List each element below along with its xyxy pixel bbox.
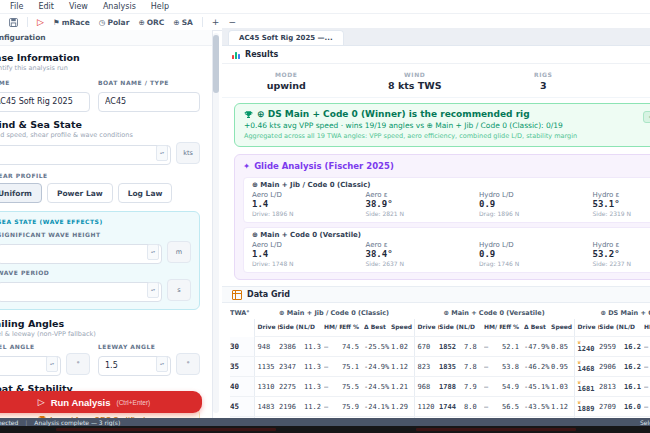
menu-help[interactable]: Help (151, 2, 169, 11)
grid-cell: 1835 (439, 357, 464, 377)
wave-height-unit: m (167, 241, 191, 263)
metric-sub: Side: 2319 N (593, 210, 650, 217)
scrollbar-thumb[interactable] (213, 35, 219, 93)
polar-button[interactable]: ◷Polar (99, 18, 130, 27)
grid-cell: – (484, 377, 502, 397)
grid-subheader: Side (N) (599, 319, 624, 337)
sidebar-scrollbar[interactable] (213, 33, 219, 413)
toolbar-separator (202, 17, 203, 27)
metric: Aero ε 38.4° Side: 2637 N (366, 241, 480, 267)
grid-cell: – (644, 397, 650, 417)
metric-sub: Side: 2637 N (366, 260, 480, 267)
metric: Hydro L/D 0.9 Drag: 1896 N (479, 191, 593, 217)
menu-bar: FileEditViewAnalysisHelp (0, 0, 650, 14)
metric-label: Hydro ε (593, 191, 650, 199)
metrics-row: Aero L/D 1.4 Drive: 1748 N Aero ε 38.4° … (252, 241, 650, 267)
grid-twa-cell: 40 (230, 377, 254, 397)
leeway-unit: ° (176, 353, 200, 375)
grid-cell: 948 (254, 337, 279, 357)
sa-button[interactable]: ⊕SA (173, 18, 193, 27)
orc-button[interactable]: ⊕ORC (138, 18, 164, 27)
run-analysis-button[interactable]: ▷ Run Analysis (Ctrl+Enter) (0, 391, 202, 413)
grid-cell: 7.8 (464, 357, 484, 377)
wind-sea-title: Wind & Sea State (0, 119, 200, 130)
grid-cell: 1744 (439, 397, 464, 417)
stat-value: 8 kts TWS (388, 80, 442, 91)
menu-file[interactable]: File (10, 2, 23, 11)
wave-period-input[interactable] (0, 282, 162, 302)
metric-sub: Drive: 1748 N (252, 260, 366, 267)
results-title: Results (245, 50, 278, 59)
name-input[interactable] (0, 92, 90, 112)
grid-cell: ♛1240 (574, 337, 599, 357)
composite-score-badge: +7.3% composite score (643, 111, 650, 123)
stepper-control[interactable]: ▴▾ (147, 282, 159, 298)
grid-subheader: HM/ RM (324, 319, 342, 337)
metric-value: 53.2° (593, 249, 650, 259)
grid-subheader: Δ Best (364, 319, 391, 337)
grid-cell: 75.1 (342, 357, 364, 377)
wave-height-input[interactable] (0, 244, 162, 264)
menu-analysis[interactable]: Analysis (103, 2, 136, 11)
metric-label: Aero ε (366, 241, 480, 249)
grid-cell: – (484, 337, 502, 357)
grid-cell: 8.0 (464, 397, 484, 417)
grid-cell: 75.9 (342, 397, 364, 417)
save-button[interactable] (9, 18, 18, 27)
zoom-in-button[interactable]: + (212, 17, 220, 27)
grid-cell: ♛1681 (574, 377, 599, 397)
grid-cell: -46.2% (524, 357, 551, 377)
grid-cell: 2709 (599, 397, 624, 417)
stat-label: RIGS (534, 71, 553, 78)
shear-option-button[interactable]: Uniform (0, 183, 42, 203)
circle-plus-icon: ⊕ (138, 18, 144, 27)
trophy-icon (244, 110, 253, 119)
stepper-control[interactable]: ▴▾ (156, 356, 168, 372)
grid-cell: – (644, 377, 650, 397)
table-row[interactable]: 35 1135234711.3–75.1-24.9%1.1282318357.8… (230, 357, 650, 377)
stepper-control[interactable]: ▴▾ (156, 145, 168, 161)
grid-cell: – (324, 397, 342, 417)
grid-cell: 0.85 (551, 337, 574, 357)
shear-option-button[interactable]: Log Law (118, 183, 173, 203)
tab-case[interactable]: AC45 Soft Rig 2025 —... (228, 30, 344, 45)
zoom-out-button[interactable]: − (228, 17, 236, 27)
glide-card: ⊕ Main + Code 0 (Versatile) Aero L/D 1.4… (243, 227, 650, 273)
grid-cell: 16.2 (624, 357, 644, 377)
menu-view[interactable]: View (69, 2, 88, 11)
stat-block: WIND 8 kts TWS (351, 64, 480, 97)
metric-label: Hydro L/D (479, 191, 593, 199)
table-row[interactable]: 40 1310227511.3–75.5-24.5%1.2196817887.9… (230, 377, 650, 397)
table-row[interactable]: 30 948238611.3–74.5-25.5%1.0267018527.8–… (230, 337, 650, 357)
data-grid-header: Data Grid (222, 286, 650, 303)
stepper-control[interactable]: ▴▾ (46, 356, 58, 372)
stat-label: WIND (404, 71, 425, 78)
grid-subheader: HM/ RM (644, 319, 650, 337)
shear-option-button[interactable]: Power Law (47, 183, 113, 203)
grid-cell: – (324, 337, 342, 357)
panel-header: Configuration (0, 30, 212, 46)
stat-value: 3 (540, 80, 547, 91)
grid-cell: 1.12 (551, 397, 574, 417)
stepper-control[interactable]: ▴▾ (147, 244, 159, 260)
toolbar-separator (27, 17, 28, 27)
stat-block: RIGS 3 (479, 64, 608, 97)
grid-cell: 1.03 (551, 377, 574, 397)
table-row[interactable]: 45 1483219611.2–75.9-24.1%1.29112017448.… (230, 397, 650, 417)
grid-subheader: Speed (391, 319, 414, 337)
metric-value: 1.4 (252, 249, 366, 259)
run-toolbar-button[interactable]: ▷ (37, 17, 44, 27)
floppy-icon (9, 18, 18, 27)
menu-edit[interactable]: Edit (38, 2, 54, 11)
wind-speed-input[interactable] (0, 145, 171, 165)
app-window: FileEditViewAnalysisHelp ▷ ⚑mRace ◷Polar… (0, 0, 650, 433)
grid-group-row: TWA° ⊕ Main + Jib / Code 0 (Classic)⊕ Ma… (230, 306, 650, 319)
grid-cell: 2959 (599, 337, 624, 357)
leeway-angle-label: LEEWAY ANGLE (98, 343, 200, 350)
boat-name-input[interactable] (98, 92, 200, 112)
grid-group-header: ⊕ Main + Jib / Code 0 (Classic) (254, 306, 414, 319)
glide-title: Glide Analysis (Fischer 2025) (254, 161, 394, 171)
grid-cell: 0.95 (551, 357, 574, 377)
mrace-button[interactable]: ⚑mRace (53, 18, 90, 27)
grid-cell: 11.3 (304, 357, 324, 377)
